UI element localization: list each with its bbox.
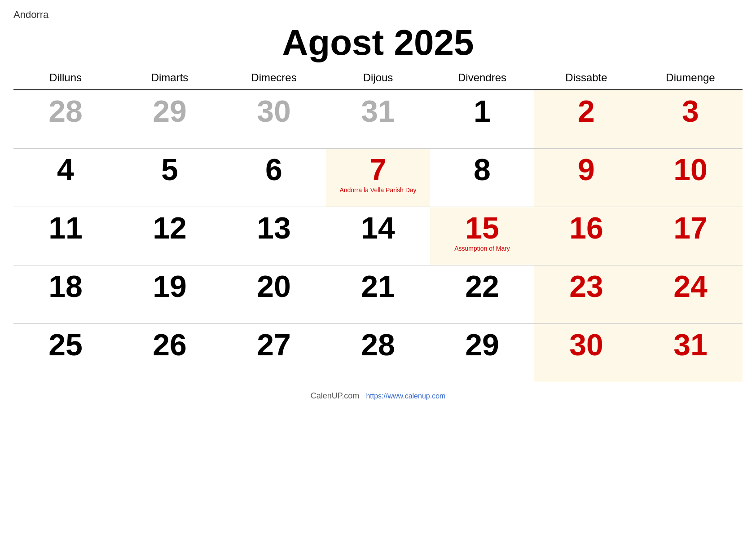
calendar-cell: 21: [326, 265, 430, 323]
calendar-cell: 22: [430, 265, 534, 323]
day-number: 23: [539, 271, 634, 301]
day-number: 31: [330, 96, 426, 126]
calendar-cell: 5: [118, 148, 222, 207]
calendar-cell: 12: [118, 207, 222, 265]
day-number: 5: [122, 154, 217, 185]
footer: CalenUP.com https://www.calenup.com: [13, 391, 743, 401]
day-number: 18: [18, 271, 113, 301]
calendar-cell: 27: [222, 323, 326, 382]
calendar-cell: 3: [638, 90, 743, 148]
column-header-diumenge: Diumenge: [638, 67, 743, 90]
day-number: 31: [643, 329, 738, 360]
calendar-title: Agost 2025: [13, 23, 743, 62]
column-header-dissabte: Dissabte: [534, 67, 638, 90]
column-header-dilluns: Dilluns: [13, 67, 118, 90]
day-number: 26: [122, 329, 217, 360]
day-number: 3: [643, 96, 738, 126]
calendar-cell: 10: [638, 148, 743, 207]
day-number: 29: [435, 329, 530, 360]
calendar-cell: 19: [118, 265, 222, 323]
day-number: 9: [539, 154, 634, 185]
calendar-cell: 31: [638, 323, 743, 382]
day-number: 22: [435, 271, 530, 301]
column-header-dimarts: Dimarts: [118, 67, 222, 90]
calendar-cell: 15Assumption of Mary: [430, 207, 534, 265]
day-number: 12: [122, 212, 217, 243]
column-header-divendres: Divendres: [430, 67, 534, 90]
day-number: 27: [226, 329, 321, 360]
column-header-dijous: Dijous: [326, 67, 430, 90]
holiday-label: Andorra la Vella Parish Day: [330, 186, 426, 194]
calendar-cell: 28: [326, 323, 430, 382]
calendar-cell: 1: [430, 90, 534, 148]
calendar-cell: 18: [13, 265, 118, 323]
day-number: 19: [122, 271, 217, 301]
calendar-cell: 4: [13, 148, 118, 207]
day-number: 30: [226, 96, 321, 126]
day-number: 8: [435, 154, 530, 185]
calendar-cell: 13: [222, 207, 326, 265]
calendar-cell: 20: [222, 265, 326, 323]
calendar-cell: 31: [326, 90, 430, 148]
day-number: 28: [18, 96, 113, 126]
day-number: 17: [643, 212, 738, 243]
day-number: 25: [18, 329, 113, 360]
day-number: 24: [643, 271, 738, 301]
region-label: Andorra: [13, 9, 743, 21]
calendar-cell: 29: [430, 323, 534, 382]
calendar-cell: 6: [222, 148, 326, 207]
calendar-cell: 9: [534, 148, 638, 207]
calendar-cell: 29: [118, 90, 222, 148]
calendar-cell: 8: [430, 148, 534, 207]
day-number: 20: [226, 271, 321, 301]
column-header-dimecres: Dimecres: [222, 67, 326, 90]
calendar-cell: 16: [534, 207, 638, 265]
day-number: 14: [330, 212, 426, 243]
day-number: 6: [226, 154, 321, 185]
holiday-label: Assumption of Mary: [435, 245, 530, 252]
day-number: 16: [539, 212, 634, 243]
calendar-cell: 2: [534, 90, 638, 148]
calendar-cell: 30: [222, 90, 326, 148]
calendar-table: DillunsDimartsDimecresDijousDivendresDis…: [13, 67, 743, 382]
day-number: 4: [18, 154, 113, 185]
calendar-cell: 26: [118, 323, 222, 382]
footer-brand: CalenUP.com: [311, 391, 360, 400]
day-number: 11: [18, 212, 113, 243]
calendar-cell: 14: [326, 207, 430, 265]
day-number: 28: [330, 329, 426, 360]
day-number: 2: [539, 96, 634, 126]
calendar-cell: 25: [13, 323, 118, 382]
day-number: 21: [330, 271, 426, 301]
day-number: 29: [122, 96, 217, 126]
calendar-cell: 7Andorra la Vella Parish Day: [326, 148, 430, 207]
day-number: 7: [330, 154, 426, 185]
day-number: 30: [539, 329, 634, 360]
day-number: 1: [435, 96, 530, 126]
calendar-cell: 30: [534, 323, 638, 382]
calendar-cell: 17: [638, 207, 743, 265]
footer-url: https://www.calenup.com: [366, 392, 445, 400]
day-number: 10: [643, 154, 738, 185]
day-number: 15: [435, 212, 530, 243]
calendar-cell: 23: [534, 265, 638, 323]
day-number: 13: [226, 212, 321, 243]
calendar-cell: 24: [638, 265, 743, 323]
calendar-cell: 11: [13, 207, 118, 265]
calendar-cell: 28: [13, 90, 118, 148]
